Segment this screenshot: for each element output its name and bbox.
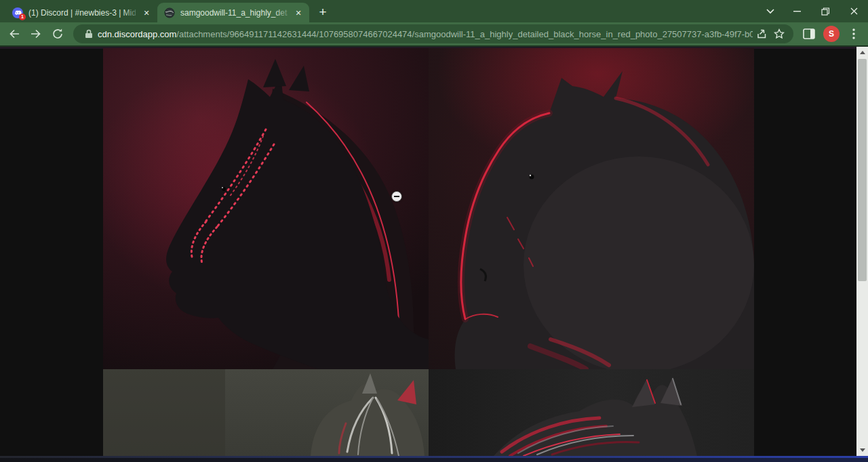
scrollbar-thumb[interactable]: [858, 59, 867, 281]
tab-strip: 1 (1) Discord | #newbies-3 | Midjou ✕ sa…: [0, 0, 868, 22]
lock-icon[interactable]: [80, 25, 98, 43]
image-quadrant-bottom-left: [103, 369, 429, 456]
globe-favicon-icon: [164, 7, 175, 18]
image-quadrant-top-left: [103, 48, 429, 369]
url-bar[interactable]: cdn.discordapp.com/attachments/966491171…: [73, 24, 793, 43]
url-domain: cdn.discordapp.com: [98, 29, 176, 39]
window-controls: [758, 0, 868, 22]
zoom-out-cursor-icon: [391, 191, 402, 202]
close-tab-icon[interactable]: ✕: [141, 7, 152, 18]
back-icon[interactable]: [4, 24, 24, 44]
taskbar-body: [0, 458, 868, 462]
browser-window: 1 (1) Discord | #newbies-3 | Midjou ✕ sa…: [0, 0, 868, 462]
toolbar: cdn.discordapp.com/attachments/966491171…: [0, 22, 868, 47]
bookmark-star-icon[interactable]: [770, 25, 788, 43]
url-text: cdn.discordapp.com/attachments/966491171…: [98, 29, 753, 39]
new-tab-button[interactable]: +: [313, 3, 332, 22]
image-quadrant-top-right: [429, 48, 754, 369]
menu-dots-icon[interactable]: [844, 24, 864, 44]
close-window-icon[interactable]: [840, 0, 868, 22]
discord-favicon-icon: 1: [12, 7, 23, 18]
close-tab-icon[interactable]: ✕: [293, 7, 304, 18]
profile-avatar[interactable]: S: [823, 26, 840, 42]
side-panel-icon[interactable]: [799, 24, 819, 44]
tab-image-viewer[interactable]: samgoodwill-11_a_highly_detaile ✕: [157, 3, 309, 22]
tab-search-icon[interactable]: [758, 0, 783, 22]
viewer-image[interactable]: [103, 48, 754, 456]
image-quadrant-bottom-right: [429, 369, 754, 456]
scroll-up-icon[interactable]: [856, 47, 868, 58]
tab-title-fade: [122, 3, 141, 22]
notification-badge: 1: [19, 14, 26, 20]
page-content: [0, 47, 868, 456]
taskbar-edge: [0, 456, 868, 462]
vertical-scrollbar[interactable]: [856, 47, 868, 456]
minimize-icon[interactable]: [783, 0, 811, 22]
forward-icon[interactable]: [26, 24, 46, 44]
tab-title: (1) Discord | #newbies-3 | Midjou: [28, 8, 136, 18]
tab-title: samgoodwill-11_a_highly_detaile: [180, 8, 288, 18]
tab-title-fade: [274, 3, 293, 22]
scroll-down-icon[interactable]: [856, 444, 868, 456]
share-icon[interactable]: [753, 25, 770, 43]
reload-icon[interactable]: [47, 24, 68, 44]
tab-discord[interactable]: 1 (1) Discord | #newbies-3 | Midjou ✕: [5, 3, 157, 22]
url-path: /attachments/966491171142631444/10769580…: [176, 29, 753, 39]
restore-icon[interactable]: [811, 0, 840, 22]
